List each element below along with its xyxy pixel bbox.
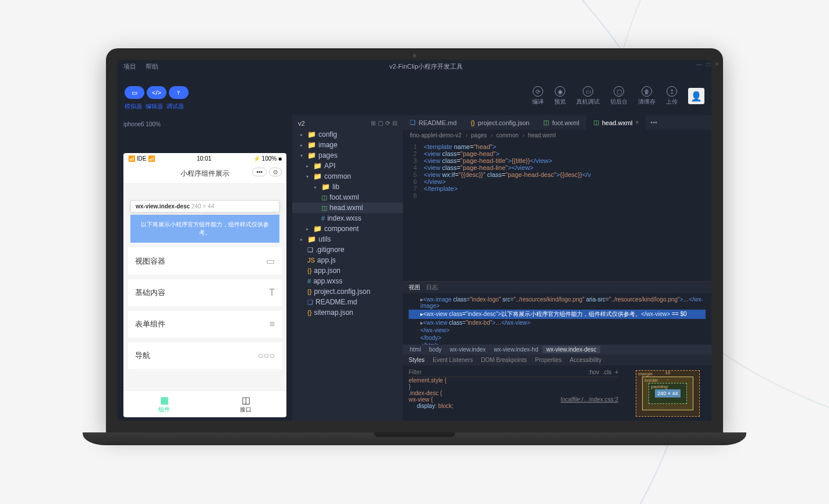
- styles-subtab[interactable]: Event Listeners: [433, 357, 473, 363]
- phone-close-icon[interactable]: ⊙: [269, 168, 282, 176]
- breadcrumb-item[interactable]: head.wxml: [528, 132, 558, 139]
- tab-component[interactable]: ▦组件: [123, 391, 205, 417]
- phone-more-icon[interactable]: •••: [252, 168, 267, 176]
- tree-item[interactable]: ▸📁image: [292, 140, 403, 150]
- tree-item[interactable]: {}app.json: [292, 265, 403, 276]
- tree-item[interactable]: ▸📁API: [292, 161, 403, 171]
- devtools: 视图 日志 ▸<wx-image class="index-logo" src=…: [403, 281, 711, 421]
- hov-toggle[interactable]: :hov: [588, 369, 599, 375]
- compile-button[interactable]: ⟳编译: [532, 86, 544, 106]
- styles-panel[interactable]: :hov .cls + element.style {}.index-desc …: [403, 365, 624, 421]
- collapse-icon[interactable]: ⊟: [392, 120, 397, 127]
- tab-api[interactable]: ◫接口: [205, 391, 286, 417]
- code-area[interactable]: 1<template name="head">2 <view class="pa…: [403, 141, 711, 281]
- menu-item[interactable]: 导航○○○: [128, 342, 282, 369]
- editor-tab[interactable]: {}project.config.json: [463, 115, 536, 130]
- laptop-frame: 项目 帮助 v2-FinClip小程序开发工具 — □ × ▭ </> ⫯ 模拟…: [106, 48, 723, 456]
- tree-item[interactable]: {}project.config.json: [292, 286, 403, 297]
- editor-tab[interactable]: ❑README.md: [403, 115, 463, 130]
- window-controls: — □ ×: [696, 61, 711, 68]
- styles-subtab[interactable]: Styles: [409, 357, 424, 363]
- dom-tree[interactable]: ▸<wx-image class="index-logo" src="../re…: [403, 293, 711, 345]
- menu-item[interactable]: 视图容器▭: [128, 247, 282, 275]
- page-title: 小程序组件展示: [180, 169, 229, 178]
- cls-toggle[interactable]: .cls: [603, 369, 611, 375]
- tree-item[interactable]: ❑README.md: [292, 297, 403, 307]
- avatar[interactable]: 👤: [688, 88, 704, 104]
- preview-button[interactable]: ◉预览: [554, 86, 566, 106]
- tree-item[interactable]: ▸📁config: [292, 129, 403, 140]
- new-folder-icon[interactable]: ▢: [378, 120, 383, 127]
- simulator-pill[interactable]: ▭: [125, 86, 144, 99]
- menu-item[interactable]: 表单组件≡: [128, 311, 282, 338]
- breadcrumb-item[interactable]: pages: [471, 132, 493, 139]
- dom-node[interactable]: ▸<wx-view class="index-bd">…</wx-view>: [409, 319, 706, 326]
- tree-item[interactable]: ▸📁component: [292, 223, 403, 234]
- menu-item[interactable]: 基础内容T: [128, 279, 282, 306]
- time-text: 10:01: [197, 155, 211, 162]
- styles-subtab[interactable]: DOM Breakpoints: [481, 357, 527, 363]
- signal-text: 📶 IDE 📶: [128, 155, 155, 162]
- screen-bezel: 项目 帮助 v2-FinClip小程序开发工具 — □ × ▭ </> ⫯ 模拟…: [106, 48, 723, 432]
- dom-node[interactable]: </body>: [409, 334, 706, 342]
- styles-subtab[interactable]: Accessibility: [570, 357, 601, 363]
- tree-item[interactable]: ◫head.wxml: [292, 203, 403, 213]
- upload-button[interactable]: ↥上传: [666, 86, 678, 106]
- file-tree: ▸📁config▸📁image▾📁pages▸📁API▾📁common▸📁lib…: [292, 129, 403, 318]
- tree-item[interactable]: {}sitemap.json: [292, 307, 403, 318]
- dom-breadcrumb-item[interactable]: wx-view.index-desc: [543, 346, 600, 353]
- tree-item[interactable]: #app.wxss: [292, 276, 403, 286]
- camera-dot: [413, 54, 416, 58]
- box-content-size: 240 × 44: [655, 389, 680, 397]
- editor-tab[interactable]: ◫head.wxml×: [586, 115, 646, 130]
- breadcrumb-item[interactable]: common: [496, 132, 524, 139]
- battery-text: ⚡ 100% ■: [253, 155, 282, 162]
- background-button[interactable]: ▢切后台: [610, 86, 628, 106]
- dom-node[interactable]: ▸<wx-image class="index-logo" src="../re…: [409, 296, 706, 310]
- debugger-pill[interactable]: ⫯: [169, 86, 189, 99]
- devtools-tab-view[interactable]: 视图: [409, 283, 420, 292]
- tree-item[interactable]: #index.wxss: [292, 213, 403, 223]
- dom-breadcrumb: htmlbodywx-view.indexwx-view.index-hdwx-…: [403, 345, 711, 354]
- dom-breadcrumb-item[interactable]: wx-view.index-hd: [490, 346, 541, 353]
- clear-cache-button[interactable]: 🗑清缓存: [638, 86, 656, 106]
- editor-label: 编辑器: [146, 102, 163, 111]
- styles-subtab[interactable]: Properties: [535, 357, 562, 363]
- refresh-icon[interactable]: ⟳: [385, 120, 390, 127]
- styles-filter-input[interactable]: [409, 369, 584, 375]
- toolbar: ▭ </> ⫯ 模拟器 编辑器 调试器 ⟳编译 ◉预览 ▭真机调试 ▢切后台 🗑…: [118, 81, 711, 115]
- add-rule-icon[interactable]: +: [615, 369, 618, 375]
- editor-panel: ❑README.md{}project.config.json◫foot.wxm…: [403, 115, 711, 421]
- tree-item[interactable]: ▸📁utils: [292, 234, 403, 244]
- breadcrumb: fino-applet-demo-v2pagescommonhead.wxml: [403, 130, 711, 141]
- laptop-base: [83, 432, 746, 445]
- file-explorer: v2 ⊞ ▢ ⟳ ⊟ ▸📁config▸📁image▾📁pages▸📁API▾📁…: [292, 115, 403, 421]
- dom-breadcrumb-item[interactable]: body: [426, 346, 445, 353]
- dom-breadcrumb-item[interactable]: wx-view.index: [447, 346, 490, 353]
- dom-breadcrumb-item[interactable]: html: [406, 346, 424, 353]
- remote-debug-button[interactable]: ▭真机调试: [576, 86, 600, 106]
- dom-node[interactable]: </wx-view>: [409, 326, 706, 334]
- editor-pill[interactable]: </>: [147, 86, 166, 99]
- tab-more-icon[interactable]: •••: [646, 115, 662, 130]
- box-model: margin10 border- padding- 240 × 44: [624, 365, 711, 421]
- simulator-label: 模拟器: [125, 102, 142, 111]
- minimize-icon[interactable]: —: [696, 61, 702, 68]
- maximize-icon[interactable]: □: [707, 61, 710, 68]
- device-info: iphone6 100%: [123, 119, 286, 130]
- tree-item[interactable]: JSapp.js: [292, 255, 403, 265]
- tree-item[interactable]: ▾📁pages: [292, 150, 403, 161]
- breadcrumb-item[interactable]: fino-applet-demo-v2: [410, 132, 467, 139]
- devtools-tab-log[interactable]: 日志: [426, 283, 438, 292]
- window-title: v2-FinClip小程序开发工具: [118, 61, 711, 72]
- tree-item[interactable]: ▾📁common: [292, 171, 403, 182]
- editor-tab[interactable]: ◫foot.wxml: [536, 115, 586, 130]
- new-file-icon[interactable]: ⊞: [371, 120, 375, 127]
- highlighted-element[interactable]: 以下将展示小程序官方组件能力，组件样式仅供参考。: [130, 215, 279, 243]
- tree-item[interactable]: ❑.gitignore: [292, 244, 403, 255]
- dom-node[interactable]: ▸<wx-view class="index-desc">以下将展示小程序官方组…: [409, 310, 706, 319]
- tab-close-icon[interactable]: ×: [635, 119, 639, 126]
- tree-item[interactable]: ▸📁lib: [292, 182, 403, 192]
- tree-item[interactable]: ◫foot.wxml: [292, 192, 403, 203]
- inspect-tooltip: wx-view.index-desc 240 × 44: [130, 200, 279, 212]
